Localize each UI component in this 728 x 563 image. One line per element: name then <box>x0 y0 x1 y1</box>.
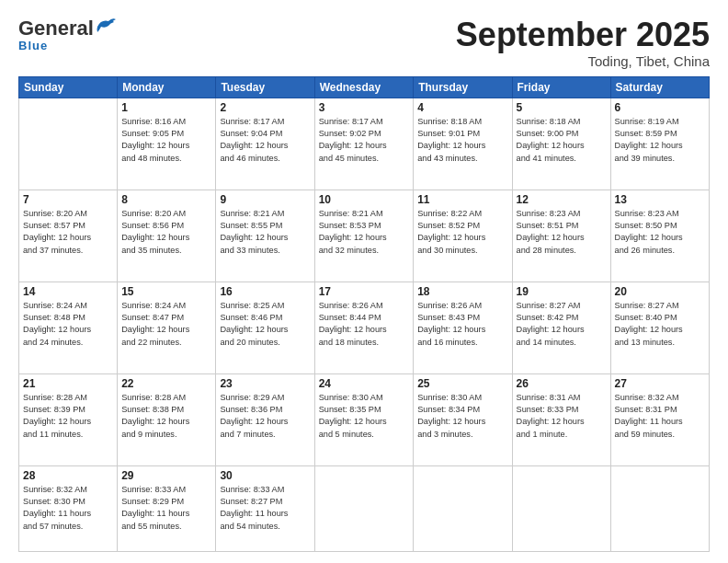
day-info: Sunrise: 8:24 AM Sunset: 8:47 PM Dayligh… <box>121 300 211 349</box>
title-block: September 2025 Toding, Tibet, China <box>456 17 710 69</box>
day-number: 13 <box>615 193 705 206</box>
day-number: 6 <box>615 101 705 114</box>
weekday-header-row: SundayMondayTuesdayWednesdayThursdayFrid… <box>19 76 710 98</box>
day-number: 15 <box>121 285 211 298</box>
day-number: 19 <box>517 285 607 298</box>
calendar-cell: 27Sunrise: 8:32 AM Sunset: 8:31 PM Dayli… <box>610 373 709 465</box>
day-number: 21 <box>23 377 113 390</box>
calendar-cell: 14Sunrise: 8:24 AM Sunset: 8:48 PM Dayli… <box>19 282 118 373</box>
day-number: 4 <box>417 101 507 114</box>
calendar-cell: 22Sunrise: 8:28 AM Sunset: 8:38 PM Dayli… <box>118 373 216 465</box>
day-number: 17 <box>319 285 410 298</box>
day-info: Sunrise: 8:29 AM Sunset: 8:36 PM Dayligh… <box>220 392 310 441</box>
day-info: Sunrise: 8:25 AM Sunset: 8:46 PM Dayligh… <box>220 300 310 349</box>
day-info: Sunrise: 8:26 AM Sunset: 8:43 PM Dayligh… <box>417 300 507 349</box>
day-number: 30 <box>220 469 310 482</box>
month-title: September 2025 <box>456 17 710 53</box>
day-info: Sunrise: 8:18 AM Sunset: 9:01 PM Dayligh… <box>417 116 507 165</box>
day-info: Sunrise: 8:32 AM Sunset: 8:30 PM Dayligh… <box>23 484 113 533</box>
weekday-header-friday: Friday <box>512 76 610 98</box>
day-info: Sunrise: 8:30 AM Sunset: 8:35 PM Dayligh… <box>319 392 410 441</box>
day-info: Sunrise: 8:21 AM Sunset: 8:53 PM Dayligh… <box>319 208 410 257</box>
calendar-cell: 9Sunrise: 8:21 AM Sunset: 8:55 PM Daylig… <box>216 190 314 282</box>
day-number: 1 <box>121 101 211 114</box>
day-number: 28 <box>23 469 113 482</box>
day-number: 2 <box>220 101 310 114</box>
calendar-cell: 2Sunrise: 8:17 AM Sunset: 9:04 PM Daylig… <box>216 98 314 190</box>
weekday-header-saturday: Saturday <box>610 76 709 98</box>
calendar-cell: 4Sunrise: 8:18 AM Sunset: 9:01 PM Daylig… <box>414 98 512 190</box>
calendar-cell: 30Sunrise: 8:33 AM Sunset: 8:27 PM Dayli… <box>216 465 314 551</box>
header: General Blue September 2025 Toding, Tibe… <box>18 17 710 69</box>
page: General Blue September 2025 Toding, Tibe… <box>0 0 728 563</box>
calendar-cell: 17Sunrise: 8:26 AM Sunset: 8:44 PM Dayli… <box>314 282 414 373</box>
calendar-cell: 20Sunrise: 8:27 AM Sunset: 8:40 PM Dayli… <box>610 282 709 373</box>
calendar-cell <box>512 465 610 551</box>
day-number: 14 <box>23 285 113 298</box>
logo-blue-text: Blue <box>18 39 48 52</box>
week-row-5: 28Sunrise: 8:32 AM Sunset: 8:30 PM Dayli… <box>19 465 710 551</box>
day-info: Sunrise: 8:30 AM Sunset: 8:34 PM Dayligh… <box>417 392 507 441</box>
week-row-2: 7Sunrise: 8:20 AM Sunset: 8:57 PM Daylig… <box>19 190 710 282</box>
calendar-cell: 24Sunrise: 8:30 AM Sunset: 8:35 PM Dayli… <box>314 373 414 465</box>
week-row-1: 1Sunrise: 8:16 AM Sunset: 9:05 PM Daylig… <box>19 98 710 190</box>
calendar-cell: 13Sunrise: 8:23 AM Sunset: 8:50 PM Dayli… <box>610 190 709 282</box>
day-number: 29 <box>121 469 211 482</box>
calendar-cell: 16Sunrise: 8:25 AM Sunset: 8:46 PM Dayli… <box>216 282 314 373</box>
day-info: Sunrise: 8:16 AM Sunset: 9:05 PM Dayligh… <box>121 116 211 165</box>
calendar-cell: 12Sunrise: 8:23 AM Sunset: 8:51 PM Dayli… <box>512 190 610 282</box>
calendar-cell: 18Sunrise: 8:26 AM Sunset: 8:43 PM Dayli… <box>414 282 512 373</box>
day-number: 25 <box>417 377 507 390</box>
calendar-cell: 6Sunrise: 8:19 AM Sunset: 8:59 PM Daylig… <box>610 98 709 190</box>
day-info: Sunrise: 8:21 AM Sunset: 8:55 PM Dayligh… <box>220 208 310 257</box>
day-number: 7 <box>23 193 113 206</box>
day-number: 9 <box>220 193 310 206</box>
day-info: Sunrise: 8:17 AM Sunset: 9:02 PM Dayligh… <box>319 116 410 165</box>
day-info: Sunrise: 8:17 AM Sunset: 9:04 PM Dayligh… <box>220 116 310 165</box>
calendar-cell: 25Sunrise: 8:30 AM Sunset: 8:34 PM Dayli… <box>414 373 512 465</box>
day-number: 23 <box>220 377 310 390</box>
day-info: Sunrise: 8:23 AM Sunset: 8:50 PM Dayligh… <box>615 208 705 257</box>
calendar-cell: 21Sunrise: 8:28 AM Sunset: 8:39 PM Dayli… <box>19 373 118 465</box>
calendar-table: SundayMondayTuesdayWednesdayThursdayFrid… <box>18 76 710 552</box>
calendar-cell: 15Sunrise: 8:24 AM Sunset: 8:47 PM Dayli… <box>118 282 216 373</box>
day-number: 26 <box>517 377 607 390</box>
weekday-header-tuesday: Tuesday <box>216 76 314 98</box>
day-number: 22 <box>121 377 211 390</box>
calendar-cell: 29Sunrise: 8:33 AM Sunset: 8:29 PM Dayli… <box>118 465 216 551</box>
day-info: Sunrise: 8:27 AM Sunset: 8:42 PM Dayligh… <box>517 300 607 349</box>
day-info: Sunrise: 8:22 AM Sunset: 8:52 PM Dayligh… <box>417 208 507 257</box>
calendar-cell: 5Sunrise: 8:18 AM Sunset: 9:00 PM Daylig… <box>512 98 610 190</box>
day-info: Sunrise: 8:20 AM Sunset: 8:57 PM Dayligh… <box>23 208 113 257</box>
calendar-cell <box>314 465 414 551</box>
logo: General Blue <box>18 17 116 52</box>
calendar-cell: 8Sunrise: 8:20 AM Sunset: 8:56 PM Daylig… <box>118 190 216 282</box>
day-info: Sunrise: 8:18 AM Sunset: 9:00 PM Dayligh… <box>517 116 607 165</box>
weekday-header-wednesday: Wednesday <box>314 76 414 98</box>
day-info: Sunrise: 8:23 AM Sunset: 8:51 PM Dayligh… <box>517 208 607 257</box>
day-number: 11 <box>417 193 507 206</box>
day-info: Sunrise: 8:33 AM Sunset: 8:27 PM Dayligh… <box>220 484 310 533</box>
day-info: Sunrise: 8:19 AM Sunset: 8:59 PM Dayligh… <box>615 116 705 165</box>
calendar-cell <box>414 465 512 551</box>
week-row-3: 14Sunrise: 8:24 AM Sunset: 8:48 PM Dayli… <box>19 282 710 373</box>
day-number: 10 <box>319 193 410 206</box>
logo-general-text: General <box>18 17 94 40</box>
day-number: 3 <box>319 101 410 114</box>
day-info: Sunrise: 8:27 AM Sunset: 8:40 PM Dayligh… <box>615 300 705 349</box>
calendar-cell: 26Sunrise: 8:31 AM Sunset: 8:33 PM Dayli… <box>512 373 610 465</box>
day-number: 20 <box>615 285 705 298</box>
day-info: Sunrise: 8:26 AM Sunset: 8:44 PM Dayligh… <box>319 300 410 349</box>
day-info: Sunrise: 8:28 AM Sunset: 8:39 PM Dayligh… <box>23 392 113 441</box>
day-number: 18 <box>417 285 507 298</box>
calendar-cell: 28Sunrise: 8:32 AM Sunset: 8:30 PM Dayli… <box>19 465 118 551</box>
logo-bird-icon <box>96 17 116 34</box>
calendar-cell: 10Sunrise: 8:21 AM Sunset: 8:53 PM Dayli… <box>314 190 414 282</box>
day-info: Sunrise: 8:32 AM Sunset: 8:31 PM Dayligh… <box>615 392 705 441</box>
calendar-cell <box>610 465 709 551</box>
calendar-cell: 3Sunrise: 8:17 AM Sunset: 9:02 PM Daylig… <box>314 98 414 190</box>
weekday-header-sunday: Sunday <box>19 76 118 98</box>
weekday-header-thursday: Thursday <box>414 76 512 98</box>
calendar-cell: 11Sunrise: 8:22 AM Sunset: 8:52 PM Dayli… <box>414 190 512 282</box>
day-number: 24 <box>319 377 410 390</box>
